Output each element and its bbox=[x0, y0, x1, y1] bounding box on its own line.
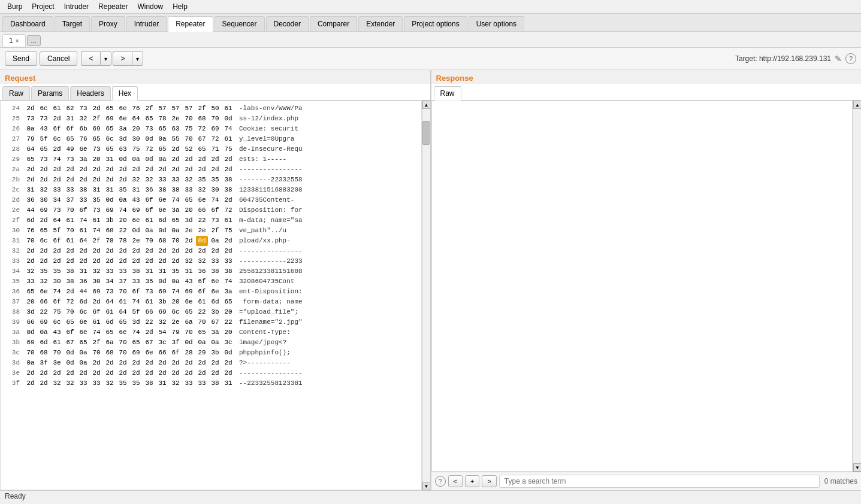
hex-byte[interactable]: 65 bbox=[64, 317, 76, 327]
hex-byte[interactable]: 2d bbox=[209, 368, 221, 378]
hex-byte[interactable]: 73 bbox=[51, 205, 63, 215]
hex-byte[interactable]: 2d bbox=[90, 256, 102, 266]
hex-byte[interactable]: 32 bbox=[143, 175, 155, 185]
hex-byte[interactable]: 2d bbox=[117, 175, 129, 185]
hex-byte[interactable]: 65 bbox=[104, 104, 116, 114]
hex-byte[interactable]: 2d bbox=[143, 327, 155, 338]
hex-byte[interactable]: 3e bbox=[51, 358, 63, 368]
hex-byte[interactable]: 65 bbox=[25, 287, 37, 297]
back-button[interactable]: < bbox=[81, 51, 100, 66]
hex-byte[interactable]: 75 bbox=[130, 144, 142, 154]
hex-byte[interactable]: 6e bbox=[143, 348, 155, 358]
hex-byte[interactable]: 5f bbox=[51, 226, 63, 236]
hex-byte[interactable]: 65 bbox=[104, 124, 116, 134]
hex-byte[interactable]: 64 bbox=[77, 236, 89, 246]
hex-byte[interactable]: 2f bbox=[90, 114, 102, 124]
hex-byte[interactable]: 32 bbox=[196, 185, 208, 195]
hex-byte[interactable]: 2d bbox=[222, 246, 234, 256]
hex-byte[interactable]: 2d bbox=[170, 358, 182, 368]
hex-byte[interactable]: 6e bbox=[77, 327, 89, 338]
hex-byte[interactable]: 68 bbox=[104, 348, 116, 358]
hex-byte[interactable]: 78 bbox=[117, 236, 129, 246]
hex-byte[interactable]: 64 bbox=[104, 297, 116, 307]
hex-byte[interactable]: 32 bbox=[170, 378, 182, 388]
tab-decoder[interactable]: Decoder bbox=[266, 16, 309, 31]
hex-byte[interactable]: 70 bbox=[117, 287, 129, 297]
response-content-area[interactable] bbox=[431, 101, 853, 472]
hex-byte[interactable]: 3d bbox=[117, 134, 129, 144]
hex-byte[interactable]: 54 bbox=[156, 327, 168, 338]
hex-byte[interactable]: 2d bbox=[209, 154, 221, 165]
hex-byte[interactable]: 73 bbox=[25, 114, 37, 124]
hex-byte[interactable]: 76 bbox=[25, 226, 37, 236]
tab-comparer[interactable]: Comparer bbox=[310, 16, 357, 31]
tab-sequencer[interactable]: Sequencer bbox=[215, 16, 265, 31]
hex-byte[interactable]: 3a bbox=[209, 327, 221, 338]
hex-byte[interactable]: 57 bbox=[183, 104, 195, 114]
hex-byte[interactable]: 61 bbox=[196, 297, 208, 307]
response-scroll-up[interactable]: ▲ bbox=[853, 101, 861, 109]
hex-byte[interactable]: 6f bbox=[170, 348, 182, 358]
hex-byte[interactable]: 32 bbox=[25, 266, 37, 277]
hex-byte[interactable]: 6e bbox=[183, 297, 195, 307]
hex-byte[interactable]: 2d bbox=[104, 256, 116, 266]
hex-byte[interactable]: 73 bbox=[143, 124, 155, 134]
hex-byte[interactable]: 0d bbox=[143, 154, 155, 165]
hex-byte[interactable]: 0d bbox=[156, 277, 168, 287]
hex-byte[interactable]: 20 bbox=[130, 124, 142, 134]
hex-byte[interactable]: 73 bbox=[104, 287, 116, 297]
hex-byte[interactable]: 28 bbox=[183, 348, 195, 358]
hex-byte[interactable]: 2d bbox=[104, 358, 116, 368]
hex-byte[interactable]: 6d bbox=[156, 215, 168, 226]
hex-byte[interactable]: 2d bbox=[222, 165, 234, 175]
hex-byte[interactable]: 55 bbox=[170, 134, 182, 144]
hex-byte[interactable]: 0a bbox=[196, 338, 208, 348]
hex-byte[interactable]: 0a bbox=[170, 226, 182, 236]
hex-byte[interactable]: 6d bbox=[38, 338, 50, 348]
hex-byte[interactable]: 20 bbox=[183, 205, 195, 215]
hex-byte[interactable]: 2d bbox=[143, 368, 155, 378]
hex-byte[interactable]: 22 bbox=[196, 215, 208, 226]
hex-byte[interactable]: 2d bbox=[183, 154, 195, 165]
hex-byte[interactable]: 61 bbox=[77, 226, 89, 236]
hex-byte[interactable]: 2d bbox=[64, 287, 76, 297]
forward-dropdown-button[interactable]: ▾ bbox=[132, 51, 143, 66]
hex-byte[interactable]: 43 bbox=[130, 195, 142, 205]
hex-byte[interactable]: 0a bbox=[143, 226, 155, 236]
hex-byte[interactable]: 70 bbox=[117, 338, 129, 348]
tab-intruder[interactable]: Intruder bbox=[126, 16, 167, 31]
hex-byte[interactable]: 6b bbox=[77, 124, 89, 134]
hex-byte[interactable]: 32 bbox=[64, 378, 76, 388]
hex-byte[interactable]: 69 bbox=[38, 317, 50, 327]
hex-byte[interactable]: 3b bbox=[104, 215, 116, 226]
hex-byte[interactable]: 22 bbox=[196, 307, 208, 317]
vertical-scrollbar[interactable]: ▲ ▼ bbox=[422, 101, 430, 490]
hex-byte[interactable]: 6f bbox=[196, 277, 208, 287]
hex-byte[interactable]: 2d bbox=[209, 246, 221, 256]
hex-byte[interactable]: 70 bbox=[117, 348, 129, 358]
hex-byte[interactable]: 66 bbox=[38, 297, 50, 307]
hex-byte[interactable]: 6e bbox=[77, 317, 89, 327]
hex-byte[interactable]: 2d bbox=[51, 114, 63, 124]
hex-byte[interactable]: 2d bbox=[170, 368, 182, 378]
hex-byte[interactable]: 2d bbox=[117, 165, 129, 175]
hex-byte[interactable]: 74 bbox=[170, 287, 182, 297]
hex-byte[interactable]: 61 bbox=[117, 297, 129, 307]
hex-byte[interactable]: 75 bbox=[183, 124, 195, 134]
hex-byte[interactable]: 35 bbox=[143, 277, 155, 287]
response-scrollbar[interactable]: ▲ ▼ bbox=[853, 101, 861, 472]
hex-byte[interactable]: 0d bbox=[183, 338, 195, 348]
hex-byte[interactable]: 68 bbox=[104, 226, 116, 236]
hex-byte[interactable]: 61 bbox=[104, 307, 116, 317]
hex-byte[interactable]: 33 bbox=[104, 266, 116, 277]
hex-byte[interactable]: 2d bbox=[64, 175, 76, 185]
menu-window[interactable]: Window bbox=[132, 1, 168, 12]
forward-button[interactable]: > bbox=[113, 51, 132, 66]
hex-byte[interactable]: 49 bbox=[64, 144, 76, 154]
hex-byte[interactable]: 3a bbox=[77, 154, 89, 165]
hex-byte[interactable]: 33 bbox=[156, 175, 168, 185]
hex-byte[interactable]: 6e bbox=[38, 287, 50, 297]
hex-byte[interactable]: 3d bbox=[25, 307, 37, 317]
hex-byte[interactable]: 71 bbox=[209, 144, 221, 154]
hex-byte[interactable]: 65 bbox=[38, 226, 50, 236]
